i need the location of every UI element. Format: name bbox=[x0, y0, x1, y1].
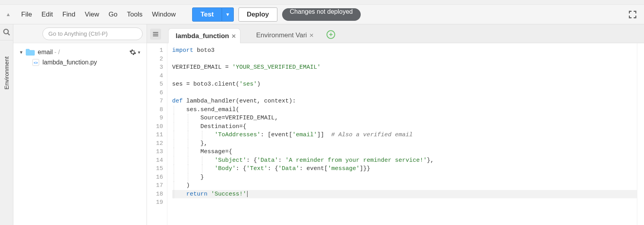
sidebar: ▼ email - / ▼ <> lambda_function.py bbox=[13, 24, 147, 225]
line-number: 7 bbox=[147, 97, 167, 106]
tree-folder-label: email bbox=[38, 49, 53, 56]
tree-file-row[interactable]: <> lambda_function.py bbox=[17, 57, 143, 68]
menu-items: File Edit Find View Go Tools Window bbox=[17, 8, 180, 21]
tab-lambda-function[interactable]: lambda_function ✕ bbox=[168, 28, 240, 43]
code-line[interactable]: } bbox=[172, 173, 637, 182]
menu-view[interactable]: View bbox=[80, 8, 104, 21]
line-number: 9 bbox=[147, 114, 167, 123]
line-number-gutter: 12345678910111213141516171819 bbox=[147, 43, 167, 225]
tree-file-label: lambda_function.py bbox=[42, 59, 97, 66]
file-tree: ▼ email - / ▼ <> lambda_function.py bbox=[13, 43, 147, 71]
code-line[interactable]: import boto3 bbox=[172, 46, 637, 55]
svg-line-1 bbox=[7, 33, 9, 35]
folder-icon bbox=[25, 49, 35, 56]
menu-tools[interactable]: Tools bbox=[122, 8, 147, 21]
line-number: 5 bbox=[147, 80, 167, 89]
svg-rect-6 bbox=[153, 35, 158, 36]
line-number: 3 bbox=[147, 63, 167, 72]
search-icon[interactable] bbox=[0, 24, 13, 40]
code-body[interactable]: import boto3VERIFIED_EMAIL = 'YOUR_SES_V… bbox=[167, 43, 637, 225]
menu-bar: ▲ File Edit Find View Go Tools Window Te… bbox=[0, 5, 644, 24]
line-number: 19 bbox=[147, 198, 167, 207]
menu-window[interactable]: Window bbox=[147, 8, 180, 21]
python-file-icon: <> bbox=[32, 59, 39, 66]
tree-folder-row[interactable]: ▼ email - / ▼ bbox=[17, 47, 143, 57]
fullscreen-icon[interactable] bbox=[628, 10, 637, 19]
menu-file[interactable]: File bbox=[17, 8, 37, 21]
scrollbar-strip[interactable] bbox=[637, 43, 644, 225]
code-line[interactable]: Message={ bbox=[172, 148, 637, 156]
line-number: 10 bbox=[147, 123, 167, 131]
code-line[interactable] bbox=[172, 89, 637, 97]
tab-label: lambda_function bbox=[176, 32, 229, 40]
line-number: 6 bbox=[147, 89, 167, 97]
code-line[interactable] bbox=[172, 55, 637, 64]
code-line[interactable] bbox=[172, 72, 637, 80]
tab-list-icon[interactable] bbox=[150, 29, 161, 40]
code-line[interactable]: 'ToAddresses': [event['email']] # Also a… bbox=[172, 131, 637, 139]
editor-area: lambda_function ✕ Environment Vari ✕ + 1… bbox=[147, 24, 644, 225]
menu-find[interactable]: Find bbox=[58, 8, 80, 21]
code-line[interactable]: }, bbox=[172, 139, 637, 148]
code-line[interactable]: return 'Success!' bbox=[172, 190, 637, 199]
line-number: 8 bbox=[147, 106, 167, 114]
code-line[interactable]: Source=VERIFIED_EMAIL, bbox=[172, 114, 637, 123]
tab-environment-variables[interactable]: Environment Vari ✕ bbox=[249, 28, 318, 43]
deploy-status-badge: Changes not deployed bbox=[282, 8, 361, 21]
code-line[interactable]: ses = boto3.client('ses') bbox=[172, 80, 637, 89]
left-gutter: Environment bbox=[0, 24, 13, 225]
line-number: 1 bbox=[147, 46, 167, 55]
close-icon[interactable]: ✕ bbox=[309, 32, 314, 38]
goto-anything-input[interactable] bbox=[42, 27, 143, 40]
code-line[interactable]: Destination={ bbox=[172, 123, 637, 131]
code-line[interactable]: VERIFIED_EMAIL = 'YOUR_SES_VERIFIED_EMAI… bbox=[172, 63, 637, 72]
menu-go[interactable]: Go bbox=[104, 8, 122, 21]
gear-icon[interactable]: ▼ bbox=[129, 49, 141, 56]
svg-rect-4 bbox=[153, 32, 158, 33]
test-dropdown-caret[interactable]: ▼ bbox=[222, 7, 234, 22]
code-line[interactable]: 'Subject': {'Data': 'A reminder from you… bbox=[172, 156, 637, 165]
chevron-down-icon: ▼ bbox=[19, 50, 24, 55]
collapse-icon[interactable]: ▲ bbox=[4, 11, 13, 17]
code-line[interactable]: 'Body': {'Text': {'Data': event['message… bbox=[172, 165, 637, 173]
code-line[interactable]: ses.send_email( bbox=[172, 106, 637, 114]
line-number: 13 bbox=[147, 148, 167, 156]
svg-text:<>: <> bbox=[34, 61, 38, 65]
svg-rect-5 bbox=[153, 34, 158, 35]
line-number: 11 bbox=[147, 131, 167, 139]
line-number: 4 bbox=[147, 72, 167, 80]
code-line[interactable]: ) bbox=[172, 181, 637, 190]
code-line[interactable]: def lambda_handler(event, context): bbox=[172, 97, 637, 106]
close-icon[interactable]: ✕ bbox=[231, 33, 236, 39]
menu-edit[interactable]: Edit bbox=[37, 8, 57, 21]
svg-point-0 bbox=[4, 29, 8, 34]
top-strip bbox=[0, 0, 644, 5]
line-number: 2 bbox=[147, 55, 167, 64]
line-number: 17 bbox=[147, 181, 167, 190]
line-number: 14 bbox=[147, 156, 167, 165]
line-number: 16 bbox=[147, 173, 167, 182]
test-button[interactable]: Test bbox=[192, 7, 222, 22]
code-region[interactable]: 12345678910111213141516171819 import bot… bbox=[147, 43, 644, 225]
code-line[interactable] bbox=[172, 198, 637, 207]
environment-panel-label[interactable]: Environment bbox=[0, 40, 13, 107]
deploy-button[interactable]: Deploy bbox=[239, 7, 277, 22]
tree-folder-suffix: - / bbox=[54, 49, 60, 56]
line-number: 12 bbox=[147, 139, 167, 148]
add-tab-button[interactable]: + bbox=[327, 30, 335, 39]
line-number: 18 bbox=[147, 190, 167, 199]
tab-label: Environment Vari bbox=[256, 31, 307, 39]
tab-bar: lambda_function ✕ Environment Vari ✕ + bbox=[147, 24, 644, 43]
line-number: 15 bbox=[147, 165, 167, 173]
